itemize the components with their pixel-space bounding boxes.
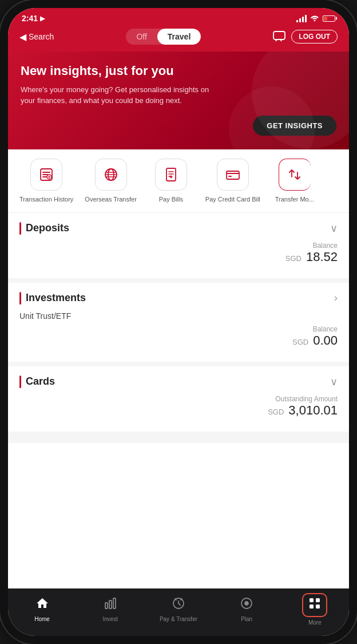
transfer-more-icon <box>279 159 311 191</box>
pay-transfer-icon <box>172 596 185 614</box>
invest-label: Invest <box>102 616 118 622</box>
investments-title-group: Investments <box>19 292 86 305</box>
nav-more[interactable]: More <box>295 593 335 626</box>
investments-title: Investments <box>26 292 86 304</box>
cards-amount: 3,010.01 <box>288 403 338 418</box>
action-pay-bills[interactable]: Pay Bills <box>142 159 200 203</box>
home-icon <box>35 596 49 614</box>
svg-rect-15 <box>316 598 320 602</box>
deposits-balance-label: Balance <box>19 242 338 250</box>
mode-toggle[interactable]: Off Travel <box>126 29 201 45</box>
investments-accent <box>19 292 21 305</box>
svg-point-13 <box>245 602 248 605</box>
svg-rect-5 <box>166 168 176 181</box>
action-overseas-transfer[interactable]: Overseas Transfer <box>79 159 142 203</box>
cards-header: Cards ∨ <box>19 376 338 388</box>
signal-icon <box>296 15 307 22</box>
hero-description: Where's your money going? Get personalis… <box>21 84 215 106</box>
nav-home[interactable]: Home <box>22 596 62 622</box>
deposits-section: Deposits ∨ Balance SGD 18.52 <box>8 213 349 274</box>
pay-bills-label: Pay Bills <box>159 195 183 203</box>
back-icon: ◀ <box>19 31 26 42</box>
quick-actions-bar: Transaction History Overseas Transfer <box>8 149 349 213</box>
investments-balance-label: Balance <box>19 325 338 333</box>
svg-rect-8 <box>105 603 108 609</box>
svg-rect-0 <box>273 31 285 39</box>
overseas-transfer-label: Overseas Transfer <box>85 195 136 203</box>
deposits-currency: SGD <box>285 254 302 263</box>
transfer-more-label: Transfer Mo... <box>275 195 314 203</box>
deposits-title: Deposits <box>26 222 69 234</box>
status-bar: 2:41 ▶ <box>8 8 349 25</box>
deposits-amount: 18.52 <box>306 250 338 264</box>
divider-1 <box>8 278 349 283</box>
deposits-header: Deposits ∨ <box>19 222 338 235</box>
svg-rect-7 <box>228 176 232 177</box>
transaction-history-icon <box>30 159 62 191</box>
travel-toggle[interactable]: Travel <box>157 29 201 45</box>
investments-currency: SGD <box>292 338 308 346</box>
cards-title-group: Cards <box>19 376 55 388</box>
scroll-content: Transaction History Overseas Transfer <box>8 149 349 588</box>
cards-outstanding-label: Outstanding Amount <box>19 395 338 403</box>
svg-rect-16 <box>310 605 314 609</box>
nav-plan[interactable]: Plan <box>227 596 267 622</box>
investments-header: Investments › <box>19 292 338 305</box>
plan-icon <box>240 596 253 614</box>
pay-credit-card-icon <box>217 159 249 191</box>
nav-pay-transfer[interactable]: Pay & Transfer <box>158 596 199 622</box>
cards-title: Cards <box>26 376 55 388</box>
transaction-history-label: Transaction History <box>19 195 73 203</box>
svg-rect-17 <box>316 605 320 609</box>
cards-chevron-icon[interactable]: ∨ <box>330 376 338 388</box>
search-nav[interactable]: ◀ Search <box>19 31 54 42</box>
off-toggle[interactable]: Off <box>126 29 157 45</box>
cards-currency: SGD <box>268 408 284 416</box>
svg-rect-14 <box>310 598 314 602</box>
battery-icon <box>323 15 335 22</box>
top-navigation: ◀ Search Off Travel LOG OUT <box>8 25 349 52</box>
investments-amount: 0.00 <box>313 333 338 348</box>
location-icon: ▶ <box>40 15 45 22</box>
divider-2 <box>8 362 349 366</box>
svg-rect-9 <box>109 600 112 609</box>
pay-transfer-label: Pay & Transfer <box>160 616 197 622</box>
deposits-title-group: Deposits <box>19 222 69 235</box>
pay-credit-card-label: Pay Credit Card Bill <box>205 195 260 203</box>
svg-rect-6 <box>227 171 239 179</box>
bottom-navigation: Home Invest <box>8 588 349 636</box>
deposits-balance: Balance SGD 18.52 <box>19 242 338 264</box>
investments-sub-label: Unit Trust/ETF <box>19 311 338 321</box>
action-transaction-history[interactable]: Transaction History <box>14 159 79 203</box>
phone-screen: 2:41 ▶ <box>8 8 349 636</box>
message-icon[interactable] <box>273 31 285 42</box>
hero-banner: New insights, just for you Where's your … <box>8 52 349 149</box>
cards-section: Cards ∨ Outstanding Amount SGD 3,010.01 <box>8 366 349 427</box>
wifi-icon <box>310 14 319 23</box>
more-highlight-box <box>302 593 327 617</box>
overseas-transfer-icon <box>95 159 127 191</box>
status-time: 2:41 <box>22 14 38 23</box>
logout-button[interactable]: LOG OUT <box>291 30 338 44</box>
cards-accent <box>19 376 21 388</box>
investments-section: Investments › Unit Trust/ETF Balance SGD… <box>8 283 349 357</box>
nav-invest[interactable]: Invest <box>90 596 130 622</box>
cards-balance: Outstanding Amount SGD 3,010.01 <box>19 395 338 418</box>
phone-frame: 2:41 ▶ <box>0 0 357 644</box>
nav-right-actions: LOG OUT <box>273 30 338 44</box>
bottom-spacer <box>8 432 349 443</box>
hero-title: New insights, just for you <box>21 63 336 80</box>
get-insights-button[interactable]: GET INSIGHTS <box>253 116 336 136</box>
more-label: More <box>308 619 322 626</box>
deposits-accent <box>19 222 21 235</box>
action-transfer-more[interactable]: Transfer Mo... <box>266 159 323 203</box>
investments-balance: Balance SGD 0.00 <box>19 325 338 348</box>
plan-label: Plan <box>241 616 252 622</box>
deposits-chevron-icon[interactable]: ∨ <box>330 222 338 235</box>
action-pay-credit-card[interactable]: Pay Credit Card Bill <box>200 159 266 203</box>
home-label: Home <box>34 616 50 622</box>
svg-rect-10 <box>113 598 116 609</box>
investments-arrow-icon[interactable]: › <box>334 292 338 304</box>
search-label: Search <box>29 32 54 41</box>
invest-icon <box>104 596 117 614</box>
